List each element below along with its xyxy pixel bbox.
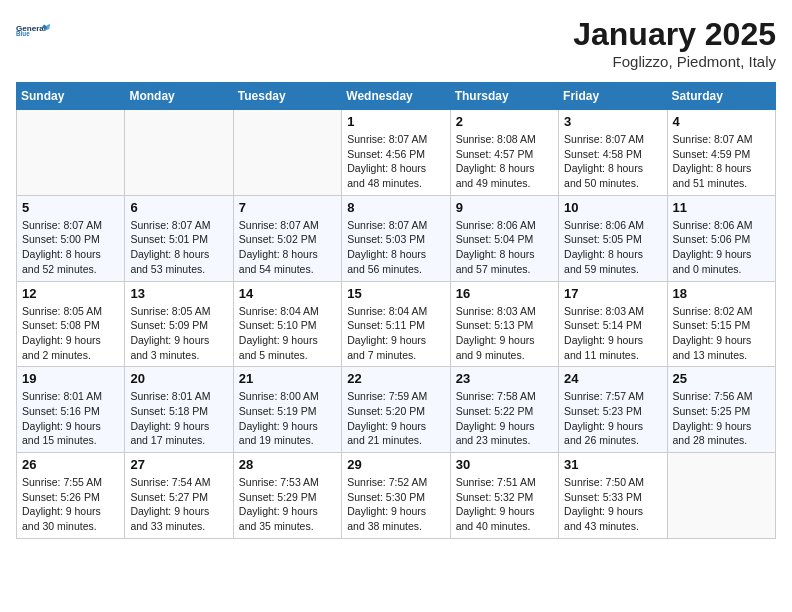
day-info: Sunrise: 7:56 AMSunset: 5:25 PMDaylight:… xyxy=(673,389,770,448)
day-number: 21 xyxy=(239,371,336,386)
day-number: 25 xyxy=(673,371,770,386)
day-number: 23 xyxy=(456,371,553,386)
day-info: Sunrise: 8:07 AMSunset: 4:58 PMDaylight:… xyxy=(564,132,661,191)
calendar-cell: 5Sunrise: 8:07 AMSunset: 5:00 PMDaylight… xyxy=(17,195,125,281)
day-number: 26 xyxy=(22,457,119,472)
calendar-cell: 23Sunrise: 7:58 AMSunset: 5:22 PMDayligh… xyxy=(450,367,558,453)
calendar-cell: 4Sunrise: 8:07 AMSunset: 4:59 PMDaylight… xyxy=(667,110,775,196)
calendar-cell: 2Sunrise: 8:08 AMSunset: 4:57 PMDaylight… xyxy=(450,110,558,196)
calendar-cell: 8Sunrise: 8:07 AMSunset: 5:03 PMDaylight… xyxy=(342,195,450,281)
day-info: Sunrise: 7:51 AMSunset: 5:32 PMDaylight:… xyxy=(456,475,553,534)
day-number: 13 xyxy=(130,286,227,301)
calendar-cell: 10Sunrise: 8:06 AMSunset: 5:05 PMDayligh… xyxy=(559,195,667,281)
day-number: 15 xyxy=(347,286,444,301)
calendar-cell: 17Sunrise: 8:03 AMSunset: 5:14 PMDayligh… xyxy=(559,281,667,367)
day-info: Sunrise: 8:08 AMSunset: 4:57 PMDaylight:… xyxy=(456,132,553,191)
day-info: Sunrise: 7:53 AMSunset: 5:29 PMDaylight:… xyxy=(239,475,336,534)
day-info: Sunrise: 7:59 AMSunset: 5:20 PMDaylight:… xyxy=(347,389,444,448)
day-number: 12 xyxy=(22,286,119,301)
calendar-cell: 6Sunrise: 8:07 AMSunset: 5:01 PMDaylight… xyxy=(125,195,233,281)
calendar-cell: 21Sunrise: 8:00 AMSunset: 5:19 PMDayligh… xyxy=(233,367,341,453)
svg-text:Blue: Blue xyxy=(16,30,30,37)
week-row-4: 19Sunrise: 8:01 AMSunset: 5:16 PMDayligh… xyxy=(17,367,776,453)
day-info: Sunrise: 8:07 AMSunset: 5:02 PMDaylight:… xyxy=(239,218,336,277)
calendar-cell: 31Sunrise: 7:50 AMSunset: 5:33 PMDayligh… xyxy=(559,453,667,539)
weekday-header-row: SundayMondayTuesdayWednesdayThursdayFrid… xyxy=(17,83,776,110)
day-number: 6 xyxy=(130,200,227,215)
month-title: January 2025 xyxy=(573,16,776,53)
day-info: Sunrise: 8:03 AMSunset: 5:13 PMDaylight:… xyxy=(456,304,553,363)
day-info: Sunrise: 8:07 AMSunset: 5:03 PMDaylight:… xyxy=(347,218,444,277)
day-info: Sunrise: 7:55 AMSunset: 5:26 PMDaylight:… xyxy=(22,475,119,534)
day-info: Sunrise: 8:07 AMSunset: 4:56 PMDaylight:… xyxy=(347,132,444,191)
calendar-cell: 20Sunrise: 8:01 AMSunset: 5:18 PMDayligh… xyxy=(125,367,233,453)
calendar-cell: 16Sunrise: 8:03 AMSunset: 5:13 PMDayligh… xyxy=(450,281,558,367)
day-number: 24 xyxy=(564,371,661,386)
calendar-cell: 14Sunrise: 8:04 AMSunset: 5:10 PMDayligh… xyxy=(233,281,341,367)
day-number: 22 xyxy=(347,371,444,386)
calendar-cell: 9Sunrise: 8:06 AMSunset: 5:04 PMDaylight… xyxy=(450,195,558,281)
day-info: Sunrise: 8:01 AMSunset: 5:18 PMDaylight:… xyxy=(130,389,227,448)
day-number: 18 xyxy=(673,286,770,301)
location: Foglizzo, Piedmont, Italy xyxy=(573,53,776,70)
logo-icon: General Blue xyxy=(16,16,52,44)
day-info: Sunrise: 8:04 AMSunset: 5:10 PMDaylight:… xyxy=(239,304,336,363)
day-number: 30 xyxy=(456,457,553,472)
calendar-cell: 18Sunrise: 8:02 AMSunset: 5:15 PMDayligh… xyxy=(667,281,775,367)
calendar-cell xyxy=(17,110,125,196)
calendar-cell: 22Sunrise: 7:59 AMSunset: 5:20 PMDayligh… xyxy=(342,367,450,453)
week-row-5: 26Sunrise: 7:55 AMSunset: 5:26 PMDayligh… xyxy=(17,453,776,539)
calendar-cell xyxy=(233,110,341,196)
day-number: 17 xyxy=(564,286,661,301)
day-number: 14 xyxy=(239,286,336,301)
day-info: Sunrise: 8:06 AMSunset: 5:04 PMDaylight:… xyxy=(456,218,553,277)
weekday-header-sunday: Sunday xyxy=(17,83,125,110)
day-info: Sunrise: 8:01 AMSunset: 5:16 PMDaylight:… xyxy=(22,389,119,448)
calendar-cell: 29Sunrise: 7:52 AMSunset: 5:30 PMDayligh… xyxy=(342,453,450,539)
svg-marker-3 xyxy=(47,24,51,30)
day-number: 3 xyxy=(564,114,661,129)
day-number: 5 xyxy=(22,200,119,215)
calendar-cell: 3Sunrise: 8:07 AMSunset: 4:58 PMDaylight… xyxy=(559,110,667,196)
weekday-header-monday: Monday xyxy=(125,83,233,110)
calendar-cell: 7Sunrise: 8:07 AMSunset: 5:02 PMDaylight… xyxy=(233,195,341,281)
day-number: 20 xyxy=(130,371,227,386)
day-info: Sunrise: 8:02 AMSunset: 5:15 PMDaylight:… xyxy=(673,304,770,363)
day-number: 29 xyxy=(347,457,444,472)
day-info: Sunrise: 8:06 AMSunset: 5:06 PMDaylight:… xyxy=(673,218,770,277)
weekday-header-friday: Friday xyxy=(559,83,667,110)
day-info: Sunrise: 8:07 AMSunset: 5:01 PMDaylight:… xyxy=(130,218,227,277)
weekday-header-saturday: Saturday xyxy=(667,83,775,110)
day-number: 9 xyxy=(456,200,553,215)
weekday-header-wednesday: Wednesday xyxy=(342,83,450,110)
day-number: 7 xyxy=(239,200,336,215)
weekday-header-tuesday: Tuesday xyxy=(233,83,341,110)
calendar-cell xyxy=(125,110,233,196)
day-number: 4 xyxy=(673,114,770,129)
day-info: Sunrise: 7:52 AMSunset: 5:30 PMDaylight:… xyxy=(347,475,444,534)
day-number: 27 xyxy=(130,457,227,472)
calendar-cell: 27Sunrise: 7:54 AMSunset: 5:27 PMDayligh… xyxy=(125,453,233,539)
page-header: General Blue January 2025 Foglizzo, Pied… xyxy=(16,16,776,70)
day-number: 16 xyxy=(456,286,553,301)
week-row-1: 1Sunrise: 8:07 AMSunset: 4:56 PMDaylight… xyxy=(17,110,776,196)
day-info: Sunrise: 8:04 AMSunset: 5:11 PMDaylight:… xyxy=(347,304,444,363)
calendar-cell: 13Sunrise: 8:05 AMSunset: 5:09 PMDayligh… xyxy=(125,281,233,367)
calendar-cell: 15Sunrise: 8:04 AMSunset: 5:11 PMDayligh… xyxy=(342,281,450,367)
day-number: 31 xyxy=(564,457,661,472)
day-info: Sunrise: 7:54 AMSunset: 5:27 PMDaylight:… xyxy=(130,475,227,534)
weekday-header-thursday: Thursday xyxy=(450,83,558,110)
calendar-cell: 30Sunrise: 7:51 AMSunset: 5:32 PMDayligh… xyxy=(450,453,558,539)
calendar-cell: 25Sunrise: 7:56 AMSunset: 5:25 PMDayligh… xyxy=(667,367,775,453)
calendar-cell: 12Sunrise: 8:05 AMSunset: 5:08 PMDayligh… xyxy=(17,281,125,367)
day-number: 28 xyxy=(239,457,336,472)
day-info: Sunrise: 8:06 AMSunset: 5:05 PMDaylight:… xyxy=(564,218,661,277)
calendar-cell: 19Sunrise: 8:01 AMSunset: 5:16 PMDayligh… xyxy=(17,367,125,453)
day-number: 1 xyxy=(347,114,444,129)
calendar-cell: 24Sunrise: 7:57 AMSunset: 5:23 PMDayligh… xyxy=(559,367,667,453)
day-info: Sunrise: 8:07 AMSunset: 5:00 PMDaylight:… xyxy=(22,218,119,277)
day-info: Sunrise: 8:07 AMSunset: 4:59 PMDaylight:… xyxy=(673,132,770,191)
title-area: January 2025 Foglizzo, Piedmont, Italy xyxy=(573,16,776,70)
day-info: Sunrise: 8:00 AMSunset: 5:19 PMDaylight:… xyxy=(239,389,336,448)
calendar-cell: 26Sunrise: 7:55 AMSunset: 5:26 PMDayligh… xyxy=(17,453,125,539)
